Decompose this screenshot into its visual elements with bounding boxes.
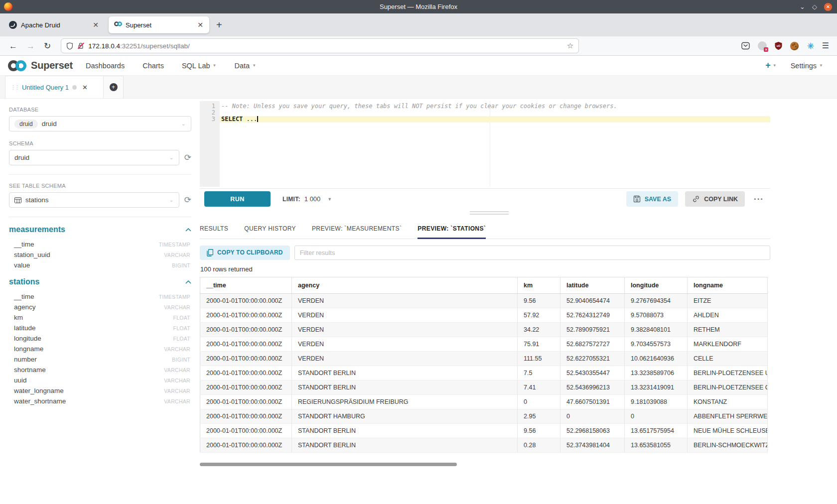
nav-item-label: Charts	[142, 62, 164, 70]
new-tab-button[interactable]: +	[216, 20, 222, 30]
back-icon[interactable]: ←	[9, 42, 17, 50]
table-cell: NEUE MÜHLE SCHLEUSE OP	[688, 424, 768, 438]
sql-text: ...	[243, 116, 257, 123]
extension-icon[interactable]	[758, 41, 767, 50]
reload-icon[interactable]: ↻	[44, 42, 51, 50]
limit-dropdown[interactable]: LIMIT: 1 000 ▼	[282, 195, 332, 203]
column-name: longname	[14, 345, 43, 353]
result-tab-query-history[interactable]: QUERY HISTORY	[244, 225, 296, 239]
table-cell: CELLE	[688, 352, 768, 366]
column-type: TIMESTAMP	[159, 294, 190, 300]
column-header-latitude[interactable]: latitude	[560, 277, 625, 294]
new-query-tab-button[interactable]: +	[104, 76, 124, 98]
cookie-icon[interactable]	[790, 42, 799, 50]
column-type: FLOAT	[173, 336, 190, 342]
more-options-button[interactable]: ···	[752, 194, 766, 204]
nav-item-sql-lab[interactable]: SQL Lab▼	[182, 62, 217, 70]
column-header-agency[interactable]: agency	[292, 277, 518, 294]
column-header-km[interactable]: km	[518, 277, 560, 294]
refresh-tables-icon[interactable]: ⟳	[184, 196, 191, 204]
window-minimize-icon[interactable]: ⌄	[800, 3, 805, 10]
table-cell: 13.3231419091	[625, 380, 688, 395]
superset-brand[interactable]: Superset	[7, 60, 73, 72]
editor-code-area[interactable]: -- Note: Unless you save your query, the…	[220, 101, 770, 187]
drag-handle-icon[interactable]: ⋮⋮	[10, 84, 18, 91]
copy-to-clipboard-button[interactable]: COPY TO CLIPBOARD	[200, 246, 290, 260]
schema-column-row: water_longnameVARCHAR	[9, 385, 191, 396]
schema-section-title: measurements	[9, 225, 65, 234]
column-type: VARCHAR	[164, 388, 190, 394]
table-cell: 52.6227055321	[560, 352, 625, 366]
column-header-longname[interactable]: longname	[688, 277, 768, 294]
url-bar[interactable]: 172.18.0.4:32251/superset/sqllab/ ☆	[61, 38, 579, 53]
column-name: longitude	[14, 335, 41, 342]
schema-column-row: kmFLOAT	[9, 312, 191, 323]
forward-icon[interactable]: →	[26, 42, 35, 50]
url-text: 172.18.0.4:32251/superset/sqllab/	[88, 42, 189, 50]
url-host: 172.18.0.4	[88, 42, 120, 50]
column-header-longitude[interactable]: longitude	[625, 277, 688, 294]
run-button[interactable]: RUN	[204, 191, 271, 207]
bookmark-star-icon[interactable]: ☆	[567, 41, 573, 50]
insecure-lock-icon[interactable]	[77, 42, 84, 49]
column-type: VARCHAR	[164, 252, 190, 258]
editor-line	[220, 110, 770, 116]
limit-value: 1 000	[304, 195, 321, 203]
schema-column-row: water_shortnameVARCHAR	[9, 396, 191, 406]
table-cell: 10.0621640936	[625, 352, 688, 366]
tracking-shield-icon[interactable]	[66, 42, 73, 50]
table-row: 2000-01-01T00:00:00.000ZVERDEN111.5552.6…	[200, 352, 768, 366]
tab-close-icon[interactable]: ✕	[92, 21, 100, 29]
nav-item-label: Data	[235, 62, 250, 70]
browser-tab-apache-druid[interactable]: Apache Druid ✕	[4, 16, 105, 33]
table-select[interactable]: stations ⌄	[9, 192, 179, 208]
result-tabs: RESULTSQUERY HISTORYPREVIEW: `MEASUREMEN…	[200, 219, 770, 239]
column-type: VARCHAR	[164, 367, 190, 373]
table-cell: 7.41	[518, 380, 560, 395]
table-cell: 52.2968158063	[560, 424, 625, 438]
column-type: VARCHAR	[164, 304, 190, 310]
nav-item-charts[interactable]: Charts	[142, 62, 164, 70]
result-tab-results[interactable]: RESULTS	[200, 225, 228, 239]
table-cell: RETHEM	[688, 323, 768, 337]
result-tab-preview-measurements[interactable]: PREVIEW: `MEASUREMENTS`	[312, 225, 402, 239]
asterisk-extension-icon[interactable]: ✳	[807, 42, 814, 50]
table-cell: 52.6827572727	[560, 337, 625, 352]
chevron-up-icon[interactable]	[185, 228, 191, 232]
result-tab-preview-stations[interactable]: PREVIEW: `STATIONS`	[418, 225, 486, 239]
table-cell: 52.5436996213	[560, 380, 625, 395]
table-cell: 2000-01-01T00:00:00.000Z	[200, 294, 292, 308]
sql-editor[interactable]: 123 -- Note: Unless you save your query,…	[200, 101, 770, 187]
schema-column-row: uuidVARCHAR	[9, 375, 191, 385]
nav-item-dashboards[interactable]: Dashboards	[86, 62, 125, 70]
nav-item-data[interactable]: Data▼	[235, 62, 257, 70]
query-tab-active[interactable]: ⋮⋮ Untitled Query 1 ✕	[5, 76, 104, 98]
table-cell: 0	[560, 409, 625, 424]
save-as-button[interactable]: SAVE AS	[626, 191, 679, 207]
column-header-time[interactable]: __time	[200, 277, 292, 294]
database-select[interactable]: druid druid ⌄	[9, 116, 191, 131]
query-tab-close-icon[interactable]: ✕	[82, 84, 88, 91]
browser-tab-superset[interactable]: Superset ✕	[109, 16, 209, 33]
horizontal-scrollbar[interactable]	[200, 463, 457, 466]
table-cell: 52.5430355447	[560, 366, 625, 380]
ublock-shield-icon[interactable]: uO	[775, 42, 782, 50]
menu-icon[interactable]: ☰	[822, 42, 829, 50]
pane-resize-handle[interactable]	[470, 211, 509, 215]
window-close-icon[interactable]: ✕	[824, 3, 832, 11]
window-maximize-icon[interactable]: ◇	[812, 3, 817, 10]
table-cell: 2000-01-01T00:00:00.000Z	[200, 323, 292, 337]
refresh-schema-icon[interactable]: ⟳	[184, 153, 191, 162]
pocket-icon[interactable]	[741, 42, 750, 50]
schema-select[interactable]: druid ⌄	[9, 150, 179, 165]
tab-close-icon[interactable]: ✕	[196, 21, 204, 29]
schema-section-header: stations	[9, 277, 191, 286]
chevron-up-icon[interactable]	[185, 280, 191, 284]
table-row: 2000-01-01T00:00:00.000ZVERDEN9.5652.904…	[200, 294, 768, 308]
filter-results-input[interactable]	[294, 246, 770, 260]
schema-column-row: latitudeFLOAT	[9, 323, 191, 333]
copy-link-button[interactable]: COPY LINK	[685, 191, 745, 207]
settings-menu[interactable]: Settings▼	[791, 62, 823, 70]
column-name: station_uuid	[14, 251, 50, 258]
add-new-button[interactable]: +▼	[765, 60, 776, 71]
